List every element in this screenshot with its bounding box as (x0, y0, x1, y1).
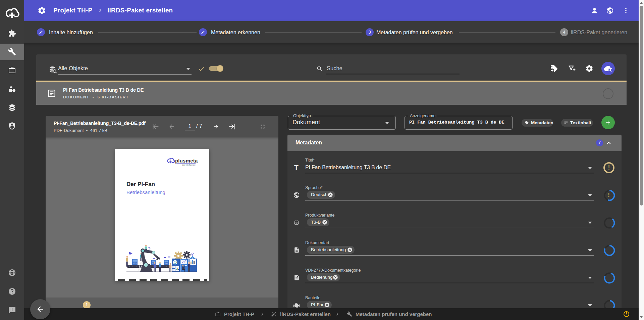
svg-text:IDS: IDS (133, 262, 137, 264)
svg-text:XML: XML (165, 262, 168, 264)
